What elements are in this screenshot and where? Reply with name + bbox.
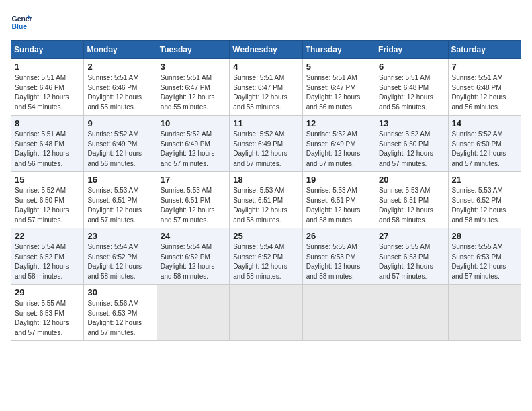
day-number: 22 — [15, 231, 80, 241]
calendar-week-row: 15 Sunrise: 5:52 AMSunset: 6:50 PMDaylig… — [11, 172, 521, 228]
day-number: 3 — [161, 62, 226, 72]
calendar-cell: 4 Sunrise: 5:51 AMSunset: 6:47 PMDayligh… — [230, 59, 302, 116]
day-number: 26 — [306, 231, 371, 241]
day-info: Sunrise: 5:52 AMSunset: 6:50 PMDaylight:… — [15, 186, 80, 225]
header: General Blue — [11, 11, 521, 32]
day-number: 25 — [233, 231, 298, 241]
day-info: Sunrise: 5:54 AMSunset: 6:52 PMDaylight:… — [15, 242, 80, 281]
calendar-week-row: 8 Sunrise: 5:51 AMSunset: 6:48 PMDayligh… — [11, 116, 521, 172]
day-number: 13 — [379, 118, 444, 128]
calendar-week-row: 1 Sunrise: 5:51 AMSunset: 6:46 PMDayligh… — [11, 59, 521, 116]
day-number: 4 — [233, 62, 298, 72]
col-header-thursday: Thursday — [302, 41, 375, 59]
day-number: 27 — [379, 231, 444, 241]
day-info: Sunrise: 5:51 AMSunset: 6:46 PMDaylight:… — [87, 73, 152, 112]
calendar-cell: 30 Sunrise: 5:56 AMSunset: 6:53 PMDaylig… — [84, 285, 157, 341]
day-info: Sunrise: 5:51 AMSunset: 6:48 PMDaylight:… — [15, 130, 80, 169]
day-number: 5 — [306, 62, 371, 72]
day-info: Sunrise: 5:51 AMSunset: 6:47 PMDaylight:… — [233, 73, 298, 112]
calendar-cell: 23 Sunrise: 5:54 AMSunset: 6:52 PMDaylig… — [84, 228, 157, 285]
calendar-cell — [375, 285, 448, 341]
day-info: Sunrise: 5:53 AMSunset: 6:52 PMDaylight:… — [452, 186, 517, 225]
calendar-cell: 13 Sunrise: 5:52 AMSunset: 6:50 PMDaylig… — [375, 116, 448, 172]
day-number: 12 — [306, 118, 371, 128]
day-number: 20 — [379, 175, 444, 185]
logo-icon: General Blue — [11, 11, 32, 32]
calendar-cell: 19 Sunrise: 5:53 AMSunset: 6:51 PMDaylig… — [302, 172, 375, 228]
day-info: Sunrise: 5:51 AMSunset: 6:48 PMDaylight:… — [379, 73, 444, 112]
day-number: 29 — [15, 287, 80, 298]
day-number: 15 — [15, 175, 80, 185]
day-number: 30 — [87, 287, 152, 298]
calendar-cell: 21 Sunrise: 5:53 AMSunset: 6:52 PMDaylig… — [448, 172, 521, 228]
day-number: 23 — [87, 231, 152, 241]
day-info: Sunrise: 5:53 AMSunset: 6:51 PMDaylight:… — [161, 186, 226, 225]
day-info: Sunrise: 5:51 AMSunset: 6:47 PMDaylight:… — [306, 73, 371, 112]
col-header-monday: Monday — [84, 41, 157, 59]
calendar-cell: 18 Sunrise: 5:53 AMSunset: 6:51 PMDaylig… — [230, 172, 302, 228]
day-info: Sunrise: 5:51 AMSunset: 6:48 PMDaylight:… — [452, 73, 517, 112]
calendar-cell — [230, 285, 302, 341]
calendar-cell — [157, 285, 229, 341]
day-info: Sunrise: 5:52 AMSunset: 6:50 PMDaylight:… — [452, 130, 517, 169]
day-info: Sunrise: 5:52 AMSunset: 6:49 PMDaylight:… — [161, 130, 226, 169]
day-info: Sunrise: 5:52 AMSunset: 6:49 PMDaylight:… — [233, 130, 298, 169]
col-header-saturday: Saturday — [448, 41, 521, 59]
day-number: 7 — [452, 62, 517, 72]
calendar-cell: 17 Sunrise: 5:53 AMSunset: 6:51 PMDaylig… — [157, 172, 229, 228]
col-header-wednesday: Wednesday — [230, 41, 302, 59]
calendar-cell: 29 Sunrise: 5:55 AMSunset: 6:53 PMDaylig… — [11, 285, 84, 341]
day-number: 18 — [233, 175, 298, 185]
calendar-cell: 27 Sunrise: 5:55 AMSunset: 6:53 PMDaylig… — [375, 228, 448, 285]
calendar-cell: 2 Sunrise: 5:51 AMSunset: 6:46 PMDayligh… — [84, 59, 157, 116]
day-info: Sunrise: 5:53 AMSunset: 6:51 PMDaylight:… — [379, 186, 444, 225]
calendar-cell — [448, 285, 521, 341]
calendar-cell: 6 Sunrise: 5:51 AMSunset: 6:48 PMDayligh… — [375, 59, 448, 116]
calendar-cell: 12 Sunrise: 5:52 AMSunset: 6:49 PMDaylig… — [302, 116, 375, 172]
calendar: SundayMondayTuesdayWednesdayThursdayFrid… — [11, 40, 521, 341]
logo: General Blue — [11, 11, 32, 32]
day-number: 9 — [87, 118, 152, 128]
day-info: Sunrise: 5:55 AMSunset: 6:53 PMDaylight:… — [379, 242, 444, 281]
calendar-cell: 28 Sunrise: 5:55 AMSunset: 6:53 PMDaylig… — [448, 228, 521, 285]
calendar-cell: 7 Sunrise: 5:51 AMSunset: 6:48 PMDayligh… — [448, 59, 521, 116]
day-number: 8 — [15, 118, 80, 128]
day-number: 17 — [161, 175, 226, 185]
svg-text:Blue: Blue — [12, 23, 28, 30]
calendar-cell: 10 Sunrise: 5:52 AMSunset: 6:49 PMDaylig… — [157, 116, 229, 172]
calendar-cell: 14 Sunrise: 5:52 AMSunset: 6:50 PMDaylig… — [448, 116, 521, 172]
calendar-cell: 1 Sunrise: 5:51 AMSunset: 6:46 PMDayligh… — [11, 59, 84, 116]
col-header-sunday: Sunday — [11, 41, 84, 59]
calendar-cell: 25 Sunrise: 5:54 AMSunset: 6:52 PMDaylig… — [230, 228, 302, 285]
day-number: 24 — [161, 231, 226, 241]
day-number: 16 — [87, 175, 152, 185]
day-number: 6 — [379, 62, 444, 72]
day-number: 11 — [233, 118, 298, 128]
calendar-cell: 24 Sunrise: 5:54 AMSunset: 6:52 PMDaylig… — [157, 228, 229, 285]
day-info: Sunrise: 5:51 AMSunset: 6:46 PMDaylight:… — [15, 73, 80, 112]
day-number: 28 — [452, 231, 517, 241]
calendar-header-row: SundayMondayTuesdayWednesdayThursdayFrid… — [11, 41, 521, 59]
day-number: 21 — [452, 175, 517, 185]
calendar-cell — [302, 285, 375, 341]
day-number: 14 — [452, 118, 517, 128]
calendar-cell: 16 Sunrise: 5:53 AMSunset: 6:51 PMDaylig… — [84, 172, 157, 228]
day-info: Sunrise: 5:56 AMSunset: 6:53 PMDaylight:… — [87, 299, 152, 338]
day-info: Sunrise: 5:55 AMSunset: 6:53 PMDaylight:… — [15, 299, 80, 338]
day-info: Sunrise: 5:51 AMSunset: 6:47 PMDaylight:… — [161, 73, 226, 112]
calendar-cell: 22 Sunrise: 5:54 AMSunset: 6:52 PMDaylig… — [11, 228, 84, 285]
day-info: Sunrise: 5:54 AMSunset: 6:52 PMDaylight:… — [161, 242, 226, 281]
day-info: Sunrise: 5:53 AMSunset: 6:51 PMDaylight:… — [87, 186, 152, 225]
day-info: Sunrise: 5:55 AMSunset: 6:53 PMDaylight:… — [306, 242, 371, 281]
day-info: Sunrise: 5:54 AMSunset: 6:52 PMDaylight:… — [233, 242, 298, 281]
calendar-cell: 20 Sunrise: 5:53 AMSunset: 6:51 PMDaylig… — [375, 172, 448, 228]
day-info: Sunrise: 5:52 AMSunset: 6:50 PMDaylight:… — [379, 130, 444, 169]
calendar-cell: 5 Sunrise: 5:51 AMSunset: 6:47 PMDayligh… — [302, 59, 375, 116]
day-info: Sunrise: 5:52 AMSunset: 6:49 PMDaylight:… — [87, 130, 152, 169]
day-number: 10 — [161, 118, 226, 128]
day-info: Sunrise: 5:53 AMSunset: 6:51 PMDaylight:… — [233, 186, 298, 225]
day-info: Sunrise: 5:54 AMSunset: 6:52 PMDaylight:… — [87, 242, 152, 281]
calendar-cell: 9 Sunrise: 5:52 AMSunset: 6:49 PMDayligh… — [84, 116, 157, 172]
calendar-week-row: 22 Sunrise: 5:54 AMSunset: 6:52 PMDaylig… — [11, 228, 521, 285]
calendar-cell: 15 Sunrise: 5:52 AMSunset: 6:50 PMDaylig… — [11, 172, 84, 228]
